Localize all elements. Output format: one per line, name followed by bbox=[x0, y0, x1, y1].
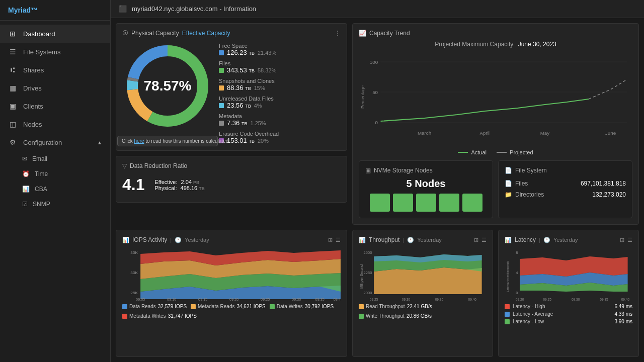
throughput-title: Throughput bbox=[369, 236, 399, 243]
legend-val-metadata: 7.36 TB bbox=[227, 119, 247, 127]
config-icon: ⚙ bbox=[8, 138, 17, 146]
trend-icon: 📈 bbox=[359, 30, 366, 37]
iops-header: 📊 IOPS Activity | 🕐 Yesterday ⊞ ☰ bbox=[122, 236, 341, 243]
latency-header: 📊 Latency | 🕐 Yesterday ⊞ ☰ bbox=[505, 236, 632, 243]
sidebar-item-time[interactable]: ⏰ Time bbox=[16, 166, 110, 182]
throughput-card: 📊 Throughput | 🕐 Yesterday ⊞ ☰ 2500 2250… bbox=[352, 230, 493, 357]
iops-reads-icon bbox=[122, 304, 127, 309]
svg-marker-35 bbox=[374, 267, 481, 294]
svg-text:35K: 35K bbox=[130, 250, 138, 255]
sidebar-item-dashboard[interactable]: ⊞ Dashboard bbox=[0, 25, 110, 43]
filesystems-icon: ☰ bbox=[8, 48, 17, 56]
node-5 bbox=[462, 194, 482, 212]
reduction-physical: Physical: 498.16 TB bbox=[154, 185, 204, 191]
throughput-menu-icon[interactable]: ☰ bbox=[481, 237, 487, 243]
legend-label-snapshots: Snapshots and Clones bbox=[219, 78, 341, 84]
latency-avg-label: Latency - Average bbox=[513, 311, 553, 317]
fs-directories-value: 132,273,020 bbox=[592, 191, 626, 198]
svg-text:30K: 30K bbox=[130, 270, 138, 275]
svg-text:09:40: 09:40 bbox=[621, 298, 630, 301]
latency-high-value: 6.49 ms bbox=[614, 304, 632, 309]
fs-title: File System bbox=[515, 167, 547, 174]
iops-clock-icon: 🕐 bbox=[175, 237, 182, 243]
projected-line-icon bbox=[497, 152, 507, 153]
reduction-title: Data Reduction Ratio bbox=[130, 162, 187, 169]
iops-chart-area: 35K 30K 25K 09:05 09:10 09:15 bbox=[122, 246, 341, 302]
svg-text:09:25: 09:25 bbox=[543, 298, 551, 301]
fs-files-value: 697,101,381,818 bbox=[581, 180, 626, 187]
trend-title: Capacity Trend bbox=[369, 30, 410, 37]
nvme-count: 5 Nodes bbox=[365, 178, 487, 190]
legend-free-space: Free Space 126.23 TB 21.43% bbox=[219, 43, 341, 56]
sidebar-item-nodes[interactable]: ◫ Nodes bbox=[0, 115, 110, 133]
svg-text:May: May bbox=[540, 130, 550, 136]
iops-meta-writes-icon bbox=[122, 314, 127, 319]
throughput-clock-icon: 🕐 bbox=[407, 237, 414, 243]
nodes-icon: ◫ bbox=[8, 120, 17, 128]
iops-menu-icon[interactable]: ☰ bbox=[336, 237, 341, 243]
throughput-grid-icon[interactable]: ⊞ bbox=[474, 237, 478, 243]
legend-label-free: Free Space bbox=[219, 43, 341, 49]
latency-menu-icon[interactable]: ☰ bbox=[627, 237, 632, 243]
email-icon: ✉ bbox=[22, 155, 27, 162]
svg-text:09:35: 09:35 bbox=[315, 298, 325, 302]
legend-label-erasure: Erasure Code Overhead bbox=[219, 131, 341, 137]
donut-chart: 78.57% Click here to read how this numbe… bbox=[122, 41, 213, 131]
sidebar-item-cba[interactable]: 📊 CBA bbox=[16, 182, 110, 197]
sidebar-item-filesystems[interactable]: ☰ File Systems bbox=[0, 43, 110, 61]
trend-legend-projected: Projected bbox=[497, 149, 533, 155]
trend-legend-actual: Actual bbox=[458, 149, 487, 155]
legend-pct-files: 58.32% bbox=[258, 67, 276, 73]
iops-meta-reads-icon bbox=[191, 304, 196, 309]
svg-text:2250: 2250 bbox=[364, 270, 372, 275]
sidebar-label-cba: CBA bbox=[35, 186, 47, 193]
iops-grid-icon[interactable]: ⊞ bbox=[328, 237, 333, 243]
nvme-fs-row: ▣ NVMe Storage Nodes 5 Nodes � bbox=[359, 160, 632, 218]
sidebar-label-configuration: Configuration bbox=[23, 139, 62, 146]
capacity-trend-card: 📈 Capacity Trend Projected Maximum Capac… bbox=[352, 23, 639, 225]
legend-label-metadata: Metadata bbox=[219, 113, 341, 119]
node-2 bbox=[393, 194, 413, 212]
sidebar-nav: ⊞ Dashboard ☰ File Systems ⑆ Shares ▦ Dr… bbox=[0, 21, 110, 362]
sidebar-item-clients[interactable]: ▣ Clients bbox=[0, 97, 110, 115]
nvme-nodes-grid bbox=[365, 194, 487, 212]
sidebar-item-configuration[interactable]: ⚙ Configuration ▲ bbox=[0, 133, 110, 151]
iops-legend-writes: Data Writes 30,792 IOPS bbox=[270, 304, 334, 309]
throughput-chart-icon: 📊 bbox=[359, 237, 366, 243]
iops-writes-label: Data Writes bbox=[277, 304, 303, 309]
node-3 bbox=[416, 194, 436, 212]
legend-metadata: Metadata 7.36 TB 1.25% bbox=[219, 113, 341, 127]
capacity-title: Physical Capacity bbox=[131, 30, 179, 37]
latency-grid-icon[interactable]: ⊞ bbox=[620, 237, 624, 243]
throughput-read-value: 22.41 GB/s bbox=[407, 304, 432, 309]
fs-files-row: 📄 Files 697,101,381,818 bbox=[505, 178, 626, 189]
iops-title: IOPS Activity bbox=[132, 236, 167, 243]
filesystem-card: 📄 File System 📄 Files 697,101,381,818 📁 bbox=[498, 160, 632, 218]
svg-text:2000: 2000 bbox=[364, 291, 372, 295]
latency-avg-icon bbox=[505, 312, 510, 317]
legend-pct-snapshots: 15% bbox=[254, 85, 265, 91]
cba-icon: 📊 bbox=[22, 186, 30, 193]
svg-text:09:20: 09:20 bbox=[516, 298, 524, 301]
capacity-more-icon[interactable]: ⋮ bbox=[335, 30, 341, 37]
throughput-write-icon bbox=[359, 314, 364, 319]
sidebar-item-email[interactable]: ✉ Email bbox=[16, 151, 110, 166]
sidebar-item-shares[interactable]: ⑆ Shares bbox=[0, 61, 110, 79]
svg-text:Percentage: Percentage bbox=[360, 85, 365, 109]
sidebar-item-snmp[interactable]: ☑ SNMP bbox=[16, 197, 110, 212]
reduction-icon: ▽ bbox=[122, 162, 127, 169]
iops-actions: ⊞ ☰ bbox=[328, 237, 341, 243]
svg-text:March: March bbox=[418, 130, 431, 136]
tooltip-link[interactable]: here bbox=[134, 138, 144, 144]
iops-meta-reads-label: Metadata Reads bbox=[198, 304, 234, 309]
trend-legend: Actual Projected bbox=[359, 149, 632, 155]
nvme-title: NVMe Storage Nodes bbox=[374, 167, 433, 174]
sidebar-item-drives[interactable]: ▦ Drives bbox=[0, 79, 110, 97]
iops-legend: Data Reads 32,579 IOPS Metadata Reads 34… bbox=[122, 304, 341, 319]
iops-reads-value: 32,579 IOPS bbox=[158, 304, 187, 309]
capacity-card-header: ⦿ Physical Capacity Effective Capacity ⋮ bbox=[122, 30, 341, 37]
svg-text:09:05: 09:05 bbox=[136, 298, 145, 302]
sidebar: Myriad™ ⊞ Dashboard ☰ File Systems ⑆ Sha… bbox=[0, 0, 111, 362]
sidebar-label-drives: Drives bbox=[23, 84, 42, 92]
svg-text:09:30: 09:30 bbox=[402, 298, 411, 301]
